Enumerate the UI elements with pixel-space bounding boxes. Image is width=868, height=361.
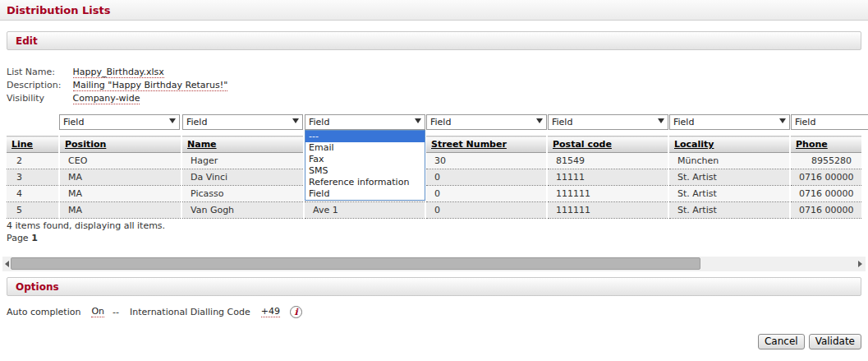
cell-locality: St. Artist (668, 169, 790, 186)
description-row: Description: Mailing "Happy Birthday Ret… (7, 80, 227, 92)
cell-name: Da Vinci (181, 169, 304, 186)
cell-phone: 0716 00000 (790, 169, 861, 186)
field-select-6-value: Field (673, 117, 694, 127)
cell-locality: München (668, 153, 790, 169)
cell-line: 4 (7, 186, 59, 202)
cell-street-number: 0 (425, 169, 547, 186)
cell-phone: 0716 00000 (790, 202, 861, 219)
cell-position: CEO (59, 153, 181, 169)
cell-line: 2 (7, 153, 59, 169)
field-select-7[interactable]: Field (791, 114, 868, 130)
field-select-5-value: Field (552, 117, 572, 127)
action-buttons: Cancel Validate (758, 334, 861, 349)
field-select-2[interactable]: Field (182, 114, 303, 130)
cell-postal-code: 81549 (547, 153, 668, 169)
page-number: 1 (31, 233, 38, 243)
dropdown-option-none[interactable]: --- (305, 131, 425, 142)
page-title: Distribution Lists (7, 4, 110, 16)
chevron-down-icon (292, 118, 299, 123)
chevron-down-icon (779, 118, 786, 123)
dropdown-option-sms[interactable]: SMS (305, 165, 425, 177)
description-value[interactable]: Mailing "Happy Birthday Retarus!" (73, 80, 228, 91)
field-select-3-value: Field (309, 117, 329, 127)
col-header-locality[interactable]: Locality (668, 137, 790, 153)
cell-name: Van Gogh (181, 202, 304, 219)
cell-position: MA (59, 186, 181, 202)
col-header-name[interactable]: Name (181, 137, 304, 153)
field-select-3[interactable]: Field (305, 114, 425, 130)
field-select-3-dropdown: --- Email Fax SMS Reference information … (305, 130, 425, 201)
list-name-value[interactable]: Happy_Birthday.xlsx (73, 67, 164, 78)
field-select-6[interactable]: Field (669, 114, 790, 130)
list-name-row: List Name: Happy_Birthday.xlsx (7, 67, 164, 79)
items-found-status: 4 items found, displaying all items. (7, 220, 165, 231)
cell-postal-code: 111111 (547, 186, 668, 202)
list-name-label: List Name: (7, 67, 70, 77)
field-select-1-value: Field (63, 117, 84, 127)
table-row: 2 CEO Hager 30 81549 München 8955280 (7, 153, 861, 169)
cell-locality: St. Artist (668, 202, 790, 219)
left-triangle-icon (5, 261, 9, 267)
edit-section-header: Edit (7, 31, 861, 50)
cell-phone: 8955280 (790, 153, 861, 169)
cell-phone: 0716 00000 (790, 186, 861, 202)
col-header-position[interactable]: Position (59, 137, 181, 153)
cell-line: 3 (7, 169, 59, 186)
cell-name: Hager (181, 153, 304, 169)
visibility-row: Visibility Company-wide (7, 93, 140, 105)
horizontal-scrollbar[interactable] (2, 257, 866, 271)
cell-name: Picasso (181, 186, 304, 202)
cell-position: MA (59, 169, 181, 186)
chevron-down-icon (658, 118, 664, 123)
scrollbar-thumb[interactable] (11, 257, 700, 270)
dropdown-option-field[interactable]: Field (305, 188, 425, 200)
validate-button[interactable]: Validate (809, 334, 861, 349)
cell-line: 5 (7, 202, 59, 219)
options-section-title: Options (16, 281, 59, 293)
chevron-down-icon (169, 118, 176, 123)
edit-section-title: Edit (16, 35, 38, 47)
table-row: 5 MA Van Gogh Ave 1 0 111111 St. Artist … (7, 202, 861, 219)
auto-completion-label: Auto completion (7, 307, 80, 317)
cell-position: MA (59, 202, 181, 219)
field-select-4[interactable]: Field (426, 114, 547, 130)
options-row: Auto completion On -- International Dial… (7, 305, 302, 318)
field-select-4-value: Field (430, 117, 451, 127)
field-select-2-value: Field (186, 117, 207, 127)
dropdown-option-email[interactable]: Email (305, 142, 425, 154)
right-triangle-icon (858, 261, 862, 267)
auto-completion-value[interactable]: On (91, 306, 104, 317)
distribution-list-table: Line Position Name Street Number Postal … (7, 136, 861, 219)
cell-street-number: 0 (425, 202, 547, 219)
cell-locality: St. Artist (668, 186, 790, 202)
dialling-code-value[interactable]: +49 (261, 306, 280, 317)
scroll-right-arrow-icon[interactable] (855, 257, 866, 271)
field-select-7-value: Field (795, 117, 815, 127)
field-select-1[interactable]: Field (59, 114, 180, 130)
col-header-phone[interactable]: Phone (790, 137, 861, 153)
chevron-down-icon (536, 118, 543, 123)
cancel-button[interactable]: Cancel (758, 334, 805, 349)
options-separator: -- (113, 307, 119, 317)
description-label: Description: (7, 80, 70, 90)
visibility-value[interactable]: Company-wide (73, 93, 140, 104)
page-label: Page (7, 233, 29, 243)
dropdown-option-fax[interactable]: Fax (305, 154, 425, 165)
col-header-street-number[interactable]: Street Number (425, 137, 547, 153)
visibility-label: Visibility (7, 93, 70, 104)
chevron-down-icon (415, 118, 421, 123)
cell-street-number: 30 (425, 153, 547, 169)
cell-postal-code: 111111 (547, 202, 668, 219)
pagination: Page 1 (7, 233, 38, 243)
cell-street: Ave 1 (304, 202, 425, 219)
col-header-postal-code[interactable]: Postal code (547, 137, 668, 153)
col-header-line[interactable]: Line (7, 137, 59, 153)
cell-street-number: 0 (425, 186, 547, 202)
table-row: 3 MA Da Vinci 0 11111 St. Artist 0716 00… (7, 169, 861, 186)
table-row: 4 MA Picasso 0 111111 St. Artist 0716 00… (7, 186, 861, 202)
table-header-row: Line Position Name Street Number Postal … (7, 137, 861, 153)
info-icon[interactable]: i (290, 306, 302, 318)
dropdown-option-reference-information[interactable]: Reference information (305, 177, 425, 188)
options-section-header: Options (7, 277, 861, 296)
field-select-5[interactable]: Field (548, 114, 668, 130)
